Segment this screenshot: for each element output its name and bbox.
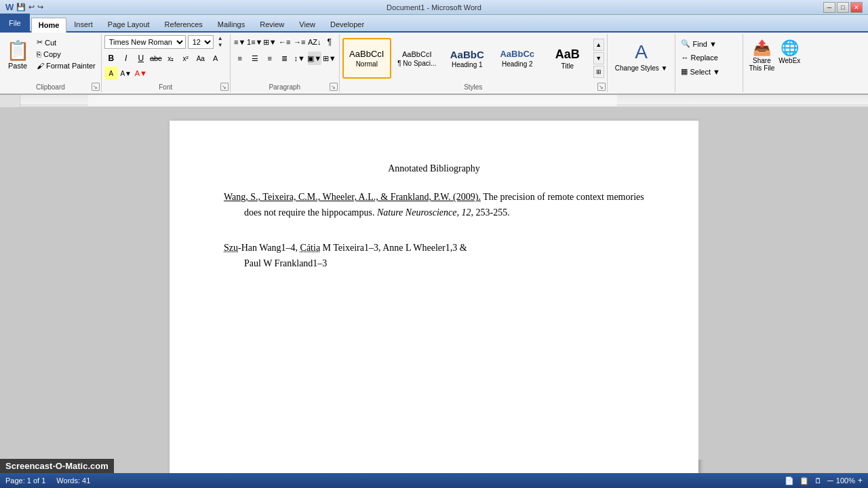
style-title-label: Title — [561, 62, 574, 70]
align-center[interactable]: ☰ — [248, 52, 262, 65]
font-family-select[interactable]: Times New Roman — [104, 35, 186, 49]
view-outline-icon[interactable]: 🗒 — [814, 476, 822, 485]
replace-icon: ↔ — [681, 54, 688, 62]
close-button[interactable]: ✕ — [850, 2, 863, 13]
ruler-container — [0, 95, 868, 107]
quick-access-undo[interactable]: ↩ — [28, 3, 35, 12]
change-case-button[interactable]: Aa — [194, 52, 208, 65]
underline-button[interactable]: U — [134, 52, 148, 65]
ribbon: 📋 Paste ✂ Cut ⎘ Copy 🖌 Format Painter Cl… — [0, 33, 868, 95]
word-icon: W — [5, 2, 14, 12]
view-normal-icon[interactable]: 📄 — [785, 476, 794, 485]
borders-button[interactable]: ⊞▼ — [323, 52, 336, 65]
minimize-button[interactable]: ─ — [823, 2, 835, 13]
tab-page-layout[interactable]: Page Layout — [100, 16, 157, 31]
styles-scroll-down[interactable]: ▼ — [593, 52, 604, 64]
align-right[interactable]: ≡ — [263, 52, 277, 65]
citation-1-details: 12, 253-255. — [462, 207, 510, 218]
styles-expand-btn[interactable]: ↘ — [597, 83, 606, 91]
authors2-line1: Szu-Han Wang1–4, Cátia M Teixeira1–3, A… — [224, 243, 467, 253]
style-title-button[interactable]: AaB Title — [543, 38, 592, 79]
citation-2: Szu-Han Wang1–4, Cátia M Teixeira1–3, A… — [224, 241, 644, 271]
author-catia: Cátia — [300, 243, 321, 253]
justify[interactable]: ≣ — [278, 52, 292, 65]
styles-expand[interactable]: ⊞ — [593, 66, 604, 78]
clear-format-button[interactable]: A — [209, 52, 222, 65]
style-no-spacing-button[interactable]: AaBbCcI ¶ No Spaci... — [393, 38, 441, 79]
change-styles-content: A Change Styles ▼ — [610, 35, 673, 91]
styles-scroll-up[interactable]: ▲ — [593, 39, 604, 51]
editing-group: 🔍 Find ▼ ↔ Replace ▦ Select ▼ Editing — [675, 34, 743, 92]
style-normal-button[interactable]: AaBbCcI Normal — [342, 38, 391, 79]
font-expand[interactable]: ↘ — [220, 83, 229, 91]
paragraph-expand[interactable]: ↘ — [330, 83, 338, 91]
document-page[interactable]: Annotated Bibliography Wang, S., Teixeir… — [170, 121, 698, 473]
shading-button[interactable]: A▼ — [119, 66, 133, 80]
copy-label: Copy — [43, 50, 61, 58]
select-button[interactable]: ▦ Select ▼ — [678, 66, 723, 77]
italic-button[interactable]: I — [119, 52, 133, 65]
clipboard-expand[interactable]: ↘ — [92, 83, 100, 91]
find-icon: 🔍 — [681, 39, 690, 48]
font-size-select[interactable]: 12 — [188, 35, 214, 49]
bold-button[interactable]: B — [104, 52, 118, 65]
tab-insert[interactable]: Insert — [66, 16, 100, 31]
style-heading1-button[interactable]: AaBbC Heading 1 — [443, 38, 492, 79]
window-title: Document1 - Microsoft Word — [387, 3, 481, 12]
numbering-button[interactable]: 1≡▼ — [248, 35, 262, 49]
show-formatting[interactable]: ¶ — [323, 35, 336, 49]
find-button[interactable]: 🔍 Find ▼ — [678, 38, 719, 49]
align-left[interactable]: ≡ — [233, 52, 247, 65]
view-layout-icon[interactable]: 📋 — [800, 476, 809, 485]
tab-review[interactable]: Review — [252, 16, 292, 31]
change-styles-button[interactable]: A Change Styles ▼ — [610, 38, 673, 75]
strikethrough-button[interactable]: abc — [149, 52, 163, 65]
increase-indent[interactable]: →≡ — [293, 35, 307, 49]
cut-label: Cut — [45, 39, 56, 47]
style-normal-preview: AaBbCcI — [349, 49, 384, 60]
style-h2-label: Heading 2 — [502, 60, 533, 68]
citation-1-authors: Wang, S., Teixeira, C.M., Wheeler, A.L.,… — [224, 192, 481, 202]
cut-button[interactable]: ✂ Cut — [34, 37, 98, 48]
webex-button[interactable]: 🌐 WebEx — [778, 39, 800, 72]
tab-mailings[interactable]: Mailings — [210, 16, 252, 31]
style-h1-label: Heading 1 — [452, 61, 483, 68]
page-count: Page: 1 of 1 — [5, 476, 45, 485]
clipboard-group: 📋 Paste ✂ Cut ⎘ Copy 🖌 Format Painter Cl… — [0, 34, 102, 92]
tab-developer[interactable]: Developer — [323, 16, 372, 31]
shading-para[interactable]: ▣▼ — [308, 52, 321, 65]
line-spacing[interactable]: ↕▼ — [293, 52, 307, 65]
format-painter-button[interactable]: 🖌 Format Painter — [34, 60, 98, 71]
bullets-button[interactable]: ≡▼ — [233, 35, 247, 49]
copy-button[interactable]: ⎘ Copy — [34, 49, 98, 60]
font-color-button[interactable]: A▼ — [134, 66, 148, 80]
status-right: 📄 📋 🗒 ─ 100% + — [785, 476, 863, 485]
title-bar: W 💾 ↩ ↪ Document1 - Microsoft Word ─ □ ✕ — [0, 0, 868, 15]
font-row1: Times New Roman 12 ▲ ▼ — [104, 35, 225, 49]
superscript-button[interactable]: x² — [179, 52, 193, 65]
highlight-button[interactable]: A — [104, 66, 118, 80]
font-size-shrink[interactable]: ▼ — [216, 42, 225, 49]
multilevel-button[interactable]: ⊞▼ — [263, 35, 277, 49]
share-button[interactable]: 📤 Share This File — [749, 39, 774, 72]
zoom-in-button[interactable]: + — [858, 476, 863, 485]
tab-file[interactable]: File — [0, 14, 30, 31]
sort-button[interactable]: AZ↓ — [308, 35, 321, 49]
para-row2: ≡ ☰ ≡ ≣ ↕▼ ▣▼ ⊞▼ — [233, 52, 336, 65]
style-heading2-button[interactable]: AaBbCc Heading 2 — [493, 38, 542, 79]
paste-button[interactable]: 📋 Paste — [3, 35, 33, 76]
decrease-indent[interactable]: ←≡ — [278, 35, 292, 49]
zoom-out-button[interactable]: ─ — [827, 476, 833, 485]
quick-access-save[interactable]: 💾 — [16, 3, 26, 12]
style-h2-preview: AaBbCc — [500, 49, 534, 60]
replace-label: Replace — [690, 54, 717, 62]
tab-home[interactable]: Home — [31, 18, 67, 33]
maximize-button[interactable]: □ — [837, 2, 849, 13]
subscript-button[interactable]: x₂ — [164, 52, 178, 65]
quick-access-redo[interactable]: ↪ — [37, 3, 43, 12]
tab-references[interactable]: References — [157, 16, 210, 31]
font-size-grow[interactable]: ▲ — [216, 35, 225, 42]
replace-button[interactable]: ↔ Replace — [678, 52, 720, 63]
zoom-level: 100% — [836, 476, 855, 485]
tab-view[interactable]: View — [292, 16, 323, 31]
